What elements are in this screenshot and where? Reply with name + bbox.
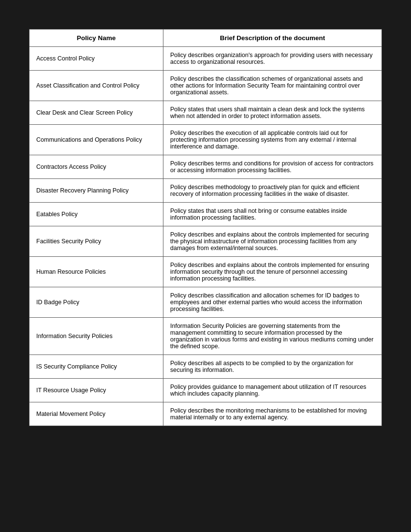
policy-description-cell: Policy describes organization's approach… xyxy=(163,47,382,71)
policy-name-cell: Facilities Security Policy xyxy=(29,226,163,257)
table-row: Facilities Security PolicyPolicy describ… xyxy=(29,226,382,257)
table-row: IT Resource Usage PolicyPolicy provides … xyxy=(29,379,382,402)
policy-description-cell: Policy describes and explains about the … xyxy=(163,226,382,257)
table-row: Asset Classification and Control PolicyP… xyxy=(29,71,382,101)
policy-name-cell: Contractors Access Policy xyxy=(29,155,163,179)
policy-description-cell: Policy describes the execution of all ap… xyxy=(163,125,382,155)
policy-description-cell: Policy states that users shall not bring… xyxy=(163,203,382,226)
policy-table: Policy Name Brief Description of the doc… xyxy=(29,29,382,426)
policy-name-cell: Asset Classification and Control Policy xyxy=(29,71,163,101)
table-row: Material Movement PolicyPolicy describes… xyxy=(29,402,382,426)
table-row: Access Control PolicyPolicy describes or… xyxy=(29,47,382,71)
table-row: Information Security PoliciesInformation… xyxy=(29,318,382,355)
policy-name-cell: ID Badge Policy xyxy=(29,287,163,318)
policy-description-cell: Policy describes the monitoring mechanis… xyxy=(163,402,382,426)
policy-table-container: Policy Name Brief Description of the doc… xyxy=(29,29,382,426)
policy-description-cell: Information Security Policies are govern… xyxy=(163,318,382,355)
table-row: Communications and Operations PolicyPoli… xyxy=(29,125,382,155)
policy-name-cell: Material Movement Policy xyxy=(29,402,163,426)
policy-name-cell: Human Resource Policies xyxy=(29,257,163,287)
policy-description-cell: Policy describes classification and allo… xyxy=(163,287,382,318)
table-row: Eatables PolicyPolicy states that users … xyxy=(29,203,382,226)
policy-description-cell: Policy describes terms and conditions fo… xyxy=(163,155,382,179)
policy-name-cell: IT Resource Usage Policy xyxy=(29,379,163,402)
policy-description-cell: Policy describes and explains about the … xyxy=(163,257,382,287)
policy-name-cell: Information Security Policies xyxy=(29,318,163,355)
policy-description-cell: Policy states that users shall maintain … xyxy=(163,101,382,125)
col-header-policy-name: Policy Name xyxy=(29,30,163,47)
policy-name-cell: Access Control Policy xyxy=(29,47,163,71)
table-row: IS Security Compliance PolicyPolicy desc… xyxy=(29,355,382,379)
policy-name-cell: Eatables Policy xyxy=(29,203,163,226)
table-row: Clear Desk and Clear Screen PolicyPolicy… xyxy=(29,101,382,125)
policy-name-cell: IS Security Compliance Policy xyxy=(29,355,163,379)
policy-name-cell: Disaster Recovery Planning Policy xyxy=(29,179,163,203)
table-row: Contractors Access PolicyPolicy describe… xyxy=(29,155,382,179)
policy-description-cell: Policy describes all aspects to be compl… xyxy=(163,355,382,379)
policy-description-cell: Policy describes methodology to proactiv… xyxy=(163,179,382,203)
table-header-row: Policy Name Brief Description of the doc… xyxy=(29,30,382,47)
policy-description-cell: Policy describes the classification sche… xyxy=(163,71,382,101)
table-row: Human Resource PoliciesPolicy describes … xyxy=(29,257,382,287)
col-header-description: Brief Description of the document xyxy=(163,30,382,47)
policy-name-cell: Clear Desk and Clear Screen Policy xyxy=(29,101,163,125)
table-row: Disaster Recovery Planning PolicyPolicy … xyxy=(29,179,382,203)
policy-name-cell: Communications and Operations Policy xyxy=(29,125,163,155)
table-row: ID Badge PolicyPolicy describes classifi… xyxy=(29,287,382,318)
policy-description-cell: Policy provides guidance to management a… xyxy=(163,379,382,402)
